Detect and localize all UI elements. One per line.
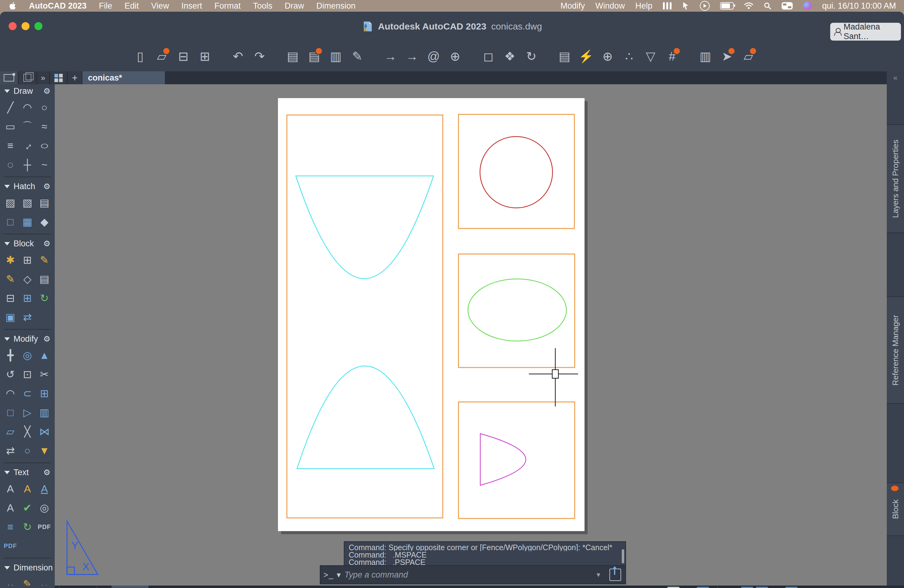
gear-icon[interactable]: ⚙ — [43, 182, 51, 191]
ortho-icon[interactable]: ∟ — [682, 587, 694, 588]
dim-edit-icon[interactable]: ✎ — [19, 574, 36, 586]
cursor-app-icon[interactable] — [682, 1, 689, 11]
menu-help[interactable]: Help — [635, 1, 653, 11]
object-snap-icon[interactable]: ◎ — [756, 587, 768, 588]
trim-icon[interactable]: ✂ — [36, 365, 53, 384]
layout-tab-a4[interactable]: a4 — [112, 586, 149, 588]
copy-nested-icon[interactable]: ▥ — [36, 403, 53, 422]
chevron-right-icon[interactable]: › — [830, 587, 842, 588]
text-update-icon[interactable]: ↻ — [19, 517, 36, 536]
save-web-icon[interactable]: ⊕ — [447, 48, 463, 64]
polyline-icon[interactable]: ◠ — [19, 98, 36, 117]
layer-states-icon[interactable]: ▥ — [697, 48, 713, 64]
box-3d-icon[interactable]: □ — [2, 403, 19, 422]
palette-section-block[interactable]: Block⚙ — [0, 237, 55, 250]
open-file-icon[interactable]: ▱ — [154, 48, 170, 64]
arc-icon[interactable]: ⌒ — [19, 117, 36, 136]
array-icon[interactable]: ⊞ — [36, 384, 53, 403]
command-prompt[interactable]: >_ ▾ — [321, 570, 345, 580]
menu-file[interactable]: File — [99, 1, 112, 11]
pdf-settings-icon[interactable]: PDF — [2, 536, 19, 555]
text-import-icon[interactable]: A — [2, 498, 19, 517]
undo-icon[interactable]: ↶ — [230, 48, 246, 64]
copy-icon[interactable]: ◎ — [19, 346, 36, 365]
line-icon[interactable]: ╱ — [2, 98, 19, 117]
drawing-canvas[interactable]: YX — [55, 84, 887, 586]
polar-tracking-icon[interactable]: ⊘ — [697, 587, 709, 588]
import-icon[interactable]: → — [382, 48, 398, 64]
point-style-icon[interactable]: ∴ — [621, 48, 637, 64]
settings-gear-icon[interactable]: ⚙ — [889, 587, 901, 588]
scale-icon[interactable]: ▱ — [2, 422, 19, 441]
menu-tools[interactable]: Tools — [253, 1, 272, 11]
user-account-button[interactable]: Madalena Sant… — [830, 23, 901, 41]
pdf-import-icon[interactable]: PDF — [36, 517, 53, 536]
attribute-sync-icon[interactable]: ↻ — [36, 288, 53, 308]
new-drawing-tab-button[interactable]: + — [68, 71, 82, 84]
hatch-edit-icon[interactable]: ▧ — [19, 193, 36, 212]
battery-icon[interactable] — [720, 2, 734, 9]
ucs-icon[interactable]: ⊕ — [600, 48, 616, 64]
selection-cycling-icon[interactable]: ◻ — [815, 587, 827, 588]
snap-mode-icon[interactable]: ┼ — [711, 587, 724, 588]
quick-select-icon[interactable]: ⚡ — [578, 48, 594, 64]
block-create-icon[interactable]: ✱ — [2, 250, 19, 269]
palette-section-modify[interactable]: Modify⚙ — [0, 332, 55, 346]
palette-section-text[interactable]: Text⚙ — [0, 466, 55, 479]
block-insert-icon[interactable]: ⊞ — [19, 250, 36, 269]
dim-quick-icon[interactable]: ↔ — [2, 574, 19, 586]
save-as-icon[interactable]: ⊞ — [197, 48, 213, 64]
palette-section-hatch[interactable]: Hatch⚙ — [0, 180, 55, 193]
polyline-curve-icon[interactable]: ~ — [36, 155, 53, 174]
block-replace-icon[interactable]: ⇄ — [19, 308, 36, 327]
revision-cloud-icon[interactable]: ◌ — [2, 155, 19, 174]
chevron-left-icon[interactable]: ‹ — [800, 587, 812, 588]
text-underline-icon[interactable]: A — [36, 479, 53, 498]
panel-tab-layers-and-properties[interactable]: Layers and Properties — [887, 124, 904, 233]
view-3d-button[interactable] — [19, 71, 37, 84]
new-layout-button[interactable]: + — [97, 586, 112, 588]
menu-view[interactable]: View — [151, 1, 169, 11]
move-icon[interactable]: ╋ — [2, 346, 19, 365]
menu-modify[interactable]: Modify — [561, 1, 585, 11]
redo-icon[interactable]: ↷ — [251, 48, 267, 64]
layout-grid-button[interactable] — [50, 71, 68, 84]
app-switcher-icon[interactable] — [663, 1, 672, 11]
titlebar[interactable]: Autodesk AutoCAD 2023 conicas.dwg Madale… — [0, 12, 904, 41]
command-placeholder[interactable]: Type a command — [345, 570, 595, 580]
dynamic-input-icon[interactable]: ▯ — [785, 587, 798, 588]
text-list-icon[interactable]: ≡ — [2, 517, 19, 536]
tab-conicas[interactable]: conicas* — [82, 71, 165, 84]
gear-icon[interactable]: ⚙ — [43, 334, 51, 344]
menu-window[interactable]: Window — [595, 1, 625, 11]
share-icon[interactable]: ➤ — [719, 48, 735, 64]
angle-snap-icon[interactable]: ∠ — [771, 587, 783, 588]
siri-icon[interactable] — [803, 2, 812, 10]
join-icon[interactable]: ⋈ — [36, 422, 53, 441]
text-edit-icon[interactable]: A — [19, 479, 36, 498]
ellipse-icon[interactable]: ○ — [32, 136, 55, 155]
orbit-icon[interactable]: ↻ — [523, 48, 539, 64]
block-table-icon[interactable]: ▤ — [36, 269, 53, 288]
command-dropdown-icon[interactable]: ▼ — [595, 571, 601, 579]
hatch-icon[interactable]: ▨ — [2, 193, 19, 212]
apple-icon[interactable] — [9, 1, 17, 11]
pan-icon[interactable]: ❖ — [502, 48, 518, 64]
menubar-app-name[interactable]: AutoCAD 2023 — [29, 1, 87, 11]
palette-section-draw[interactable]: Draw⚙ — [0, 84, 55, 98]
new-file-icon[interactable]: ▯ — [132, 48, 148, 64]
extrude-icon[interactable]: ▷ — [19, 403, 36, 422]
gear-icon[interactable]: ⚙ — [43, 87, 51, 96]
menu-dimension[interactable]: Dimension — [316, 1, 356, 11]
annotation-scale-icon[interactable]: △ — [874, 587, 886, 588]
tabbar-collapse-button[interactable]: « — [887, 71, 904, 84]
menu-insert[interactable]: Insert — [182, 1, 202, 11]
attach-icon[interactable]: @ — [425, 48, 441, 64]
wifi-icon[interactable] — [744, 1, 753, 11]
dim-linear-icon[interactable]: ↔ — [36, 574, 53, 586]
command-history[interactable]: Command: Specify opposite corner or [Fen… — [344, 541, 626, 565]
view-2d-button[interactable] — [0, 71, 19, 84]
grid-display-icon[interactable]: ▦ — [667, 587, 680, 588]
batch-plot-icon[interactable]: ▤ — [306, 48, 322, 64]
save-icon[interactable]: ⊟ — [175, 48, 191, 64]
